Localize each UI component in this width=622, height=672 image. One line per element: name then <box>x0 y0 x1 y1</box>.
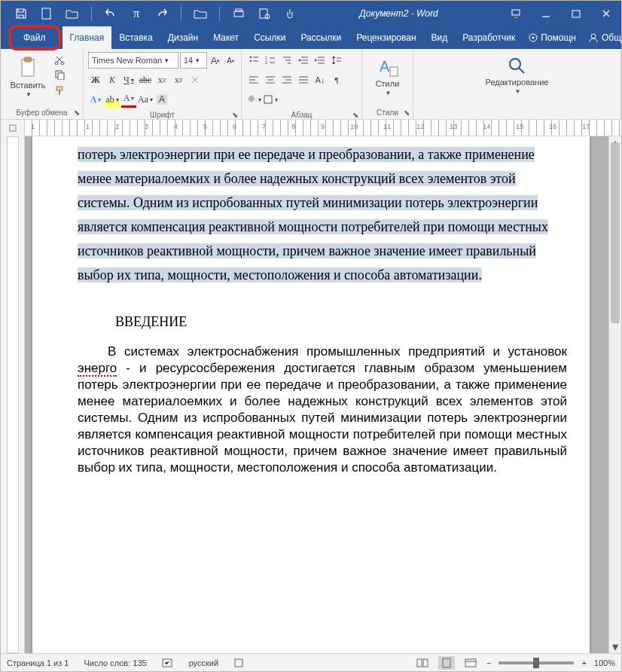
cut-icon[interactable] <box>52 52 67 67</box>
align-left-icon[interactable] <box>246 72 261 88</box>
print-layout-icon[interactable] <box>438 656 455 670</box>
tell-me[interactable]: Помощн <box>523 26 582 49</box>
body-paragraph[interactable]: В системах электроснабжения промышленных… <box>78 344 567 476</box>
ribbon-options-icon[interactable] <box>501 1 531 26</box>
change-case-icon[interactable]: Aa▾ <box>138 91 153 108</box>
superscript-button[interactable]: x2 <box>171 72 186 88</box>
font-size-combo[interactable]: 14▼ <box>180 52 207 69</box>
tell-me-label: Помощн <box>541 32 576 43</box>
clipboard-launcher-icon[interactable]: ⬊ <box>74 108 80 117</box>
maximize-icon[interactable] <box>561 1 591 26</box>
para-launcher-icon[interactable]: ⬊ <box>352 111 358 119</box>
quick-access-toolbar: π <box>1 6 297 21</box>
tab-references[interactable]: Ссылки <box>246 26 293 49</box>
svg-text:2: 2 <box>265 60 268 65</box>
scroll-thumb[interactable] <box>611 142 620 323</box>
spelling-error[interactable]: энерго <box>78 361 117 377</box>
multilevel-icon[interactable] <box>279 52 294 69</box>
borders-icon[interactable]: ▾ <box>263 91 278 108</box>
macro-icon[interactable] <box>233 658 244 668</box>
align-center-icon[interactable] <box>263 72 278 88</box>
group-font: Times New Roman▼ 14▼ A▴ A▾ Ж К Ч▾ abc x2… <box>84 49 242 119</box>
bold-button[interactable]: Ж <box>88 72 103 88</box>
copy-icon[interactable] <box>52 67 67 82</box>
sort-icon[interactable]: A↓ <box>313 72 328 88</box>
shrink-font-icon[interactable]: A▾ <box>224 52 237 69</box>
editing-button[interactable]: Редактирование ▼ <box>418 52 616 95</box>
styles-launcher-icon[interactable]: ⬊ <box>404 108 410 117</box>
heading[interactable]: ВВЕДЕНИЕ <box>115 314 567 330</box>
ruler-corner <box>1 120 25 136</box>
scroll-down-icon[interactable]: ▾ <box>609 640 621 653</box>
touch-mode-icon[interactable] <box>283 7 297 20</box>
document-scroll[interactable]: потерь электроэнергии при ее передаче и … <box>25 136 621 653</box>
vertical-ruler[interactable] <box>1 136 25 653</box>
styles-button[interactable]: A Стили ▼ <box>367 52 408 96</box>
horizontal-ruler[interactable]: 11234567891011121314151617 <box>1 120 621 136</box>
print-preview-icon[interactable] <box>258 7 271 20</box>
language[interactable]: русский <box>189 658 218 667</box>
redo-icon[interactable] <box>155 7 169 20</box>
svg-rect-55 <box>10 125 16 131</box>
increase-indent-icon[interactable] <box>313 52 328 69</box>
editing-btn-label: Редактирование <box>486 78 549 87</box>
spell-check-icon[interactable] <box>162 658 174 668</box>
selected-text[interactable]: потерь электроэнергии при ее передаче и … <box>78 142 567 287</box>
vertical-scrollbar[interactable]: ▴ ▾ <box>608 136 621 653</box>
font-color-icon[interactable]: A▾ <box>121 91 136 108</box>
tab-mailings[interactable]: Рассылки <box>293 26 349 49</box>
tab-developer[interactable]: Разработчик <box>455 26 523 49</box>
page[interactable]: потерь электроэнергии при ее передаче и … <box>32 136 590 653</box>
paste-button[interactable]: Вставить ▼ <box>5 52 50 98</box>
grow-font-icon[interactable]: A▴ <box>209 52 222 69</box>
decrease-indent-icon[interactable] <box>296 52 311 69</box>
zoom-slider[interactable] <box>499 661 574 664</box>
save-icon[interactable] <box>14 7 28 20</box>
zoom-in-icon[interactable]: + <box>581 658 586 667</box>
highlight-icon[interactable]: ab▾ <box>105 91 120 108</box>
word-count[interactable]: Число слов: 135 <box>84 658 146 667</box>
minimize-icon[interactable] <box>531 1 561 26</box>
tab-file[interactable]: Файл <box>8 25 61 50</box>
subscript-button[interactable]: x2 <box>154 72 169 88</box>
zoom-knob[interactable] <box>533 658 539 668</box>
font-launcher-icon[interactable]: ⬊ <box>232 111 238 119</box>
folder-icon[interactable] <box>194 7 207 20</box>
undo-icon[interactable] <box>104 7 117 20</box>
tab-review[interactable]: Рецензирован <box>349 26 423 49</box>
underline-button[interactable]: Ч▾ <box>121 72 136 88</box>
italic-button[interactable]: К <box>105 72 120 88</box>
tab-insert[interactable]: Вставка <box>111 26 160 49</box>
format-painter-icon[interactable] <box>52 83 67 98</box>
justify-icon[interactable] <box>296 72 311 88</box>
group-styles: A Стили ▼ Стили⬊ <box>362 49 413 119</box>
font-name-combo[interactable]: Times New Roman▼ <box>88 52 178 69</box>
clear-format-icon[interactable] <box>188 72 203 88</box>
new-doc-icon[interactable] <box>40 7 53 20</box>
align-right-icon[interactable] <box>279 72 294 88</box>
show-marks-icon[interactable]: ¶ <box>329 72 344 88</box>
tab-home[interactable]: Главная <box>63 26 112 49</box>
line-spacing-icon[interactable] <box>329 52 344 69</box>
share-button[interactable]: Общий доступ <box>582 26 622 49</box>
zoom-level[interactable]: 100% <box>594 658 615 667</box>
bullets-icon[interactable] <box>246 52 261 69</box>
close-icon[interactable] <box>591 1 621 26</box>
quick-print-icon[interactable] <box>232 7 245 20</box>
tab-layout[interactable]: Макет <box>206 26 246 49</box>
text-effects-icon[interactable]: A▾ <box>88 91 103 108</box>
numbering-icon[interactable]: 12 <box>263 52 278 69</box>
open-icon[interactable] <box>66 7 79 20</box>
pi-icon[interactable]: π <box>130 7 143 20</box>
zoom-out-icon[interactable]: − <box>486 658 491 667</box>
tab-design[interactable]: Дизайн <box>160 26 206 49</box>
web-layout-icon[interactable] <box>462 656 479 670</box>
share-label: Общий доступ <box>602 32 622 43</box>
shading-icon[interactable]: ▾ <box>246 91 261 108</box>
window-title: Документ2 - Word <box>297 8 501 19</box>
page-count[interactable]: Страница 1 из 1 <box>7 658 69 667</box>
char-shading-icon[interactable]: A <box>154 91 169 108</box>
tab-view[interactable]: Вид <box>424 26 456 49</box>
read-mode-icon[interactable] <box>414 656 431 670</box>
strike-button[interactable]: abc <box>138 72 153 88</box>
